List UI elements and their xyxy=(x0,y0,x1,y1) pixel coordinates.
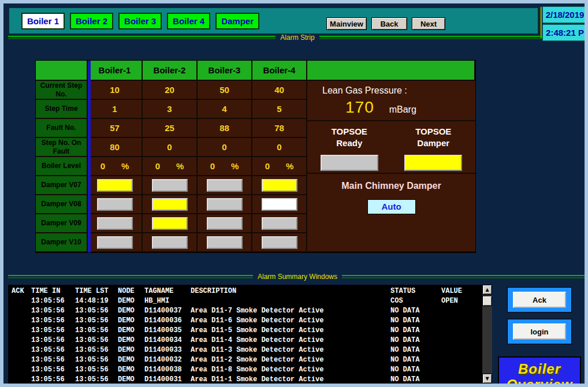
boiler-level-cell: 0 % xyxy=(88,157,143,176)
damper-v07-indicator xyxy=(152,179,188,192)
alarm-description: Area D11-7 Smoke Detector Active xyxy=(191,306,390,315)
alarm-node: DEMO xyxy=(118,374,144,384)
alarm-description: Area D11-2 Smoke Detector Active xyxy=(191,355,390,364)
topsoe-section: TOPSOE Ready TOPSOE Damper xyxy=(307,121,475,174)
chimney-section: Main Chimney Damper Auto xyxy=(307,174,475,251)
damper-v08-indicator xyxy=(97,198,133,211)
tab-boiler-2[interactable]: Boiler 2 xyxy=(70,13,113,29)
alarm-row[interactable]: 13:05:5613:05:56DEMOD11400038Area D11-8 … xyxy=(12,364,476,374)
overview-title-line2: Overview xyxy=(507,377,573,387)
horizontal-scrollbar-thumb[interactable] xyxy=(16,384,24,387)
alarm-ack xyxy=(12,325,31,335)
topsoe-damper-label-line1: TOPSOE xyxy=(415,126,451,136)
damper-v07-cell xyxy=(88,176,143,195)
alarm-value xyxy=(441,306,476,315)
row-label-damper-v07: Damper V07 xyxy=(36,176,88,195)
fault-no-value: 78 xyxy=(252,119,307,138)
step-on-fault-value: 80 xyxy=(88,138,143,157)
alarm-ack xyxy=(12,335,31,345)
scroll-left-icon[interactable]: ◄ xyxy=(8,384,16,387)
alarm-row[interactable]: 13:05:5613:05:56DEMOD11400031Area D11-1 … xyxy=(12,374,476,384)
alarm-value xyxy=(441,345,476,355)
boiler-level-value: 0 xyxy=(155,161,160,171)
alarm-time-in: 13:05:56 xyxy=(31,374,75,384)
mainview-button[interactable]: Mainview xyxy=(326,17,367,30)
damper-v10-indicator xyxy=(262,236,297,249)
alarm-vertical-scrollbar[interactable]: ▲ ▼ xyxy=(482,285,492,384)
alarm-summary-window: ACK TIME IN TIME LST NODE TAGNAME DESCRI… xyxy=(8,285,492,384)
right-info-panel: Lean Gas Pressure : 170 mBarg TOPSOE Rea… xyxy=(307,81,475,252)
damper-v10-cell xyxy=(143,233,198,252)
fault-no-value: 88 xyxy=(198,119,252,138)
alarm-row[interactable]: 13:05:5613:05:56DEMOD11400035Area D11-5 … xyxy=(12,325,476,335)
step-time-value: 5 xyxy=(252,100,307,119)
damper-v10-indicator xyxy=(97,236,133,249)
tab-damper[interactable]: Damper xyxy=(215,13,259,29)
alarm-row[interactable]: 13:05:5613:05:56DEMOD11400033Area D11-3 … xyxy=(12,345,476,355)
alarm-value xyxy=(441,315,476,325)
tab-boiler-3[interactable]: Boiler 3 xyxy=(118,13,162,29)
alarm-time-lst: 13:05:56 xyxy=(75,345,118,355)
col-value: VALUE xyxy=(441,286,476,296)
fault-no-value: 25 xyxy=(143,119,198,138)
alarm-description: Area D11-5 Smoke Detector Active xyxy=(191,325,390,335)
damper-v09-indicator xyxy=(207,217,243,230)
alarm-time-in: 13:05:56 xyxy=(31,306,75,315)
tab-boiler-1[interactable]: Boiler 1 xyxy=(21,13,65,29)
lean-gas-value: 170 xyxy=(345,98,374,117)
damper-v08-indicator xyxy=(152,198,188,211)
scroll-up-icon[interactable]: ▲ xyxy=(482,285,492,295)
alarm-time-lst: 14:48:19 xyxy=(75,296,118,306)
scroll-right-icon[interactable]: ► xyxy=(484,384,492,387)
damper-v10-indicator xyxy=(207,236,243,249)
damper-v09-cell xyxy=(143,214,198,233)
scrollbar-thumb[interactable] xyxy=(482,296,492,306)
alarm-strip-separator: Alarm Strip xyxy=(8,34,587,42)
separator-line xyxy=(8,275,253,278)
chimney-mode-button[interactable]: Auto xyxy=(367,199,416,214)
step-time-value: 3 xyxy=(143,100,198,119)
boiler-level-cell: 0 % xyxy=(252,157,307,176)
alarm-row[interactable]: 13:05:5614:48:19DEMOHB_HMICOSOPEN xyxy=(12,296,476,306)
header-filler-cell xyxy=(307,61,475,81)
alarm-tagname: D11400033 xyxy=(144,345,191,355)
horizontal-scrollbar-track[interactable] xyxy=(24,384,484,387)
alarm-time-in: 13:05:56 xyxy=(31,325,75,335)
next-button[interactable]: Next xyxy=(412,17,445,30)
tab-boiler-4[interactable]: Boiler 4 xyxy=(167,13,210,29)
alarm-strip-label: Alarm Strip xyxy=(276,34,319,42)
alarm-time-in: 13:05:56 xyxy=(31,364,75,374)
boiler-status-table: Boiler-1 Boiler-2 Boiler-3 Boiler-4 Curr… xyxy=(35,60,476,253)
topsoe-ready-indicator xyxy=(321,155,378,171)
alarm-time-lst: 13:05:56 xyxy=(75,315,118,325)
alarm-ack xyxy=(12,296,31,306)
alarm-node: DEMO xyxy=(118,325,144,335)
alarm-row[interactable]: 13:05:5613:05:56DEMOD11400036Area D11-6 … xyxy=(12,315,476,325)
boiler-level-value: 0 xyxy=(210,161,215,171)
alarm-row[interactable]: 13:05:5613:05:56DEMOD11400034Area D11-4 … xyxy=(12,335,476,345)
alarm-tagname: D11400037 xyxy=(144,306,191,315)
alarm-time-lst: 13:05:56 xyxy=(75,355,118,364)
scroll-down-icon[interactable]: ▼ xyxy=(482,374,492,384)
alarm-row[interactable]: 13:05:5613:05:56DEMOD11400037Area D11-7 … xyxy=(12,306,476,315)
percent-unit: % xyxy=(121,161,129,171)
alarm-value xyxy=(441,325,476,335)
alarm-ack xyxy=(12,306,31,315)
ack-button[interactable]: Ack xyxy=(513,292,566,308)
alarm-value xyxy=(441,335,476,345)
alarm-ack xyxy=(12,315,31,325)
row-label-current-step: Current Step No. xyxy=(36,81,88,100)
damper-v07-cell xyxy=(198,176,252,195)
alarm-row[interactable]: 13:05:5613:05:56DEMOD11400032Area D11-2 … xyxy=(12,355,476,364)
damper-v08-cell xyxy=(252,195,307,214)
alarm-time-in: 13:05:56 xyxy=(31,345,75,355)
alarm-horizontal-scrollbar[interactable]: ◄ ► xyxy=(8,384,492,387)
back-button[interactable]: Back xyxy=(371,17,407,30)
alarm-tagname: D11400038 xyxy=(144,364,191,374)
damper-v07-indicator xyxy=(207,179,243,192)
alarm-status: NO DATA xyxy=(390,364,441,374)
alarm-description: Area D11-6 Smoke Detector Active xyxy=(191,315,390,325)
alarm-node: DEMO xyxy=(118,345,144,355)
alarm-description xyxy=(191,296,390,306)
login-button[interactable]: login xyxy=(513,323,566,340)
